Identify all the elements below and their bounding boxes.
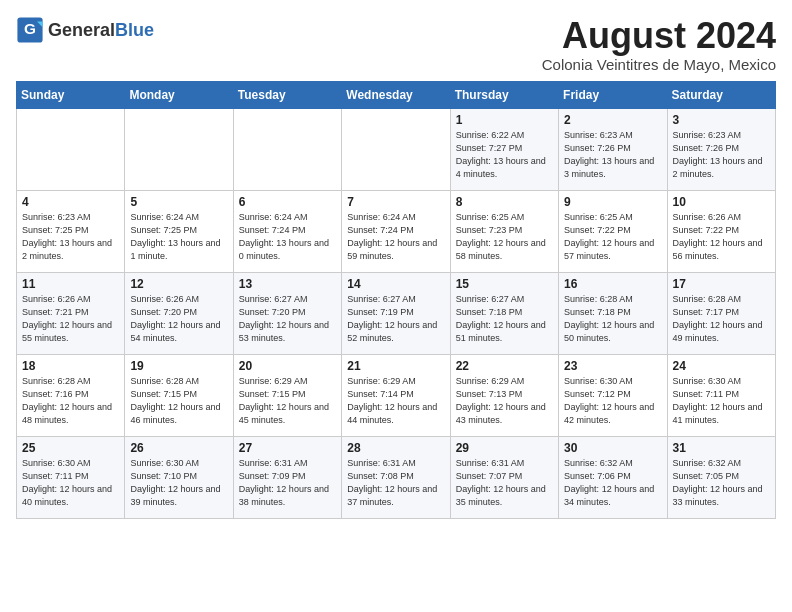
day-info: Sunrise: 6:30 AM Sunset: 7:11 PM Dayligh…	[673, 375, 770, 427]
day-cell: 23Sunrise: 6:30 AM Sunset: 7:12 PM Dayli…	[559, 354, 667, 436]
day-info: Sunrise: 6:22 AM Sunset: 7:27 PM Dayligh…	[456, 129, 553, 181]
day-info: Sunrise: 6:31 AM Sunset: 7:08 PM Dayligh…	[347, 457, 444, 509]
day-info: Sunrise: 6:32 AM Sunset: 7:06 PM Dayligh…	[564, 457, 661, 509]
day-cell: 28Sunrise: 6:31 AM Sunset: 7:08 PM Dayli…	[342, 436, 450, 518]
day-info: Sunrise: 6:28 AM Sunset: 7:16 PM Dayligh…	[22, 375, 119, 427]
title-area: August 2024 Colonia Veintitres de Mayo, …	[542, 16, 776, 73]
day-number: 16	[564, 277, 661, 291]
day-info: Sunrise: 6:31 AM Sunset: 7:09 PM Dayligh…	[239, 457, 336, 509]
day-number: 12	[130, 277, 227, 291]
day-number: 11	[22, 277, 119, 291]
day-info: Sunrise: 6:28 AM Sunset: 7:17 PM Dayligh…	[673, 293, 770, 345]
day-info: Sunrise: 6:25 AM Sunset: 7:23 PM Dayligh…	[456, 211, 553, 263]
day-cell: 19Sunrise: 6:28 AM Sunset: 7:15 PM Dayli…	[125, 354, 233, 436]
day-cell: 26Sunrise: 6:30 AM Sunset: 7:10 PM Dayli…	[125, 436, 233, 518]
day-number: 18	[22, 359, 119, 373]
day-number: 14	[347, 277, 444, 291]
logo-icon: G	[16, 16, 44, 44]
month-title: August 2024	[542, 16, 776, 56]
day-cell: 21Sunrise: 6:29 AM Sunset: 7:14 PM Dayli…	[342, 354, 450, 436]
day-cell: 10Sunrise: 6:26 AM Sunset: 7:22 PM Dayli…	[667, 190, 775, 272]
day-info: Sunrise: 6:29 AM Sunset: 7:15 PM Dayligh…	[239, 375, 336, 427]
day-info: Sunrise: 6:23 AM Sunset: 7:26 PM Dayligh…	[564, 129, 661, 181]
day-number: 4	[22, 195, 119, 209]
day-info: Sunrise: 6:24 AM Sunset: 7:24 PM Dayligh…	[239, 211, 336, 263]
week-row-5: 25Sunrise: 6:30 AM Sunset: 7:11 PM Dayli…	[17, 436, 776, 518]
day-cell	[125, 108, 233, 190]
day-cell	[342, 108, 450, 190]
day-number: 17	[673, 277, 770, 291]
day-cell: 18Sunrise: 6:28 AM Sunset: 7:16 PM Dayli…	[17, 354, 125, 436]
day-cell: 1Sunrise: 6:22 AM Sunset: 7:27 PM Daylig…	[450, 108, 558, 190]
calendar-table: SundayMondayTuesdayWednesdayThursdayFrid…	[16, 81, 776, 519]
day-info: Sunrise: 6:32 AM Sunset: 7:05 PM Dayligh…	[673, 457, 770, 509]
day-info: Sunrise: 6:29 AM Sunset: 7:14 PM Dayligh…	[347, 375, 444, 427]
day-info: Sunrise: 6:30 AM Sunset: 7:11 PM Dayligh…	[22, 457, 119, 509]
weekday-header-saturday: Saturday	[667, 81, 775, 108]
day-cell: 4Sunrise: 6:23 AM Sunset: 7:25 PM Daylig…	[17, 190, 125, 272]
day-number: 27	[239, 441, 336, 455]
day-info: Sunrise: 6:25 AM Sunset: 7:22 PM Dayligh…	[564, 211, 661, 263]
day-cell: 30Sunrise: 6:32 AM Sunset: 7:06 PM Dayli…	[559, 436, 667, 518]
day-cell: 22Sunrise: 6:29 AM Sunset: 7:13 PM Dayli…	[450, 354, 558, 436]
day-cell: 15Sunrise: 6:27 AM Sunset: 7:18 PM Dayli…	[450, 272, 558, 354]
weekday-header-thursday: Thursday	[450, 81, 558, 108]
day-number: 25	[22, 441, 119, 455]
day-cell: 11Sunrise: 6:26 AM Sunset: 7:21 PM Dayli…	[17, 272, 125, 354]
day-info: Sunrise: 6:30 AM Sunset: 7:12 PM Dayligh…	[564, 375, 661, 427]
logo: G GeneralBlue	[16, 16, 154, 44]
day-cell: 17Sunrise: 6:28 AM Sunset: 7:17 PM Dayli…	[667, 272, 775, 354]
day-info: Sunrise: 6:29 AM Sunset: 7:13 PM Dayligh…	[456, 375, 553, 427]
day-number: 2	[564, 113, 661, 127]
day-info: Sunrise: 6:24 AM Sunset: 7:24 PM Dayligh…	[347, 211, 444, 263]
week-row-1: 1Sunrise: 6:22 AM Sunset: 7:27 PM Daylig…	[17, 108, 776, 190]
day-cell: 7Sunrise: 6:24 AM Sunset: 7:24 PM Daylig…	[342, 190, 450, 272]
day-number: 23	[564, 359, 661, 373]
day-cell: 8Sunrise: 6:25 AM Sunset: 7:23 PM Daylig…	[450, 190, 558, 272]
day-cell: 31Sunrise: 6:32 AM Sunset: 7:05 PM Dayli…	[667, 436, 775, 518]
day-cell: 12Sunrise: 6:26 AM Sunset: 7:20 PM Dayli…	[125, 272, 233, 354]
day-number: 19	[130, 359, 227, 373]
day-cell: 29Sunrise: 6:31 AM Sunset: 7:07 PM Dayli…	[450, 436, 558, 518]
day-number: 29	[456, 441, 553, 455]
day-number: 21	[347, 359, 444, 373]
day-number: 20	[239, 359, 336, 373]
day-number: 8	[456, 195, 553, 209]
day-info: Sunrise: 6:23 AM Sunset: 7:25 PM Dayligh…	[22, 211, 119, 263]
day-cell: 16Sunrise: 6:28 AM Sunset: 7:18 PM Dayli…	[559, 272, 667, 354]
day-number: 6	[239, 195, 336, 209]
day-number: 31	[673, 441, 770, 455]
day-number: 24	[673, 359, 770, 373]
week-row-3: 11Sunrise: 6:26 AM Sunset: 7:21 PM Dayli…	[17, 272, 776, 354]
day-number: 30	[564, 441, 661, 455]
weekday-header-wednesday: Wednesday	[342, 81, 450, 108]
day-info: Sunrise: 6:31 AM Sunset: 7:07 PM Dayligh…	[456, 457, 553, 509]
logo-text: GeneralBlue	[48, 20, 154, 41]
day-cell: 5Sunrise: 6:24 AM Sunset: 7:25 PM Daylig…	[125, 190, 233, 272]
day-info: Sunrise: 6:28 AM Sunset: 7:18 PM Dayligh…	[564, 293, 661, 345]
day-number: 22	[456, 359, 553, 373]
calendar-body: 1Sunrise: 6:22 AM Sunset: 7:27 PM Daylig…	[17, 108, 776, 518]
header: G GeneralBlue August 2024 Colonia Veinti…	[16, 16, 776, 73]
day-number: 10	[673, 195, 770, 209]
day-cell: 27Sunrise: 6:31 AM Sunset: 7:09 PM Dayli…	[233, 436, 341, 518]
weekday-header-friday: Friday	[559, 81, 667, 108]
weekday-header-monday: Monday	[125, 81, 233, 108]
day-info: Sunrise: 6:24 AM Sunset: 7:25 PM Dayligh…	[130, 211, 227, 263]
day-cell	[233, 108, 341, 190]
day-number: 15	[456, 277, 553, 291]
day-number: 3	[673, 113, 770, 127]
day-cell: 3Sunrise: 6:23 AM Sunset: 7:26 PM Daylig…	[667, 108, 775, 190]
day-info: Sunrise: 6:26 AM Sunset: 7:22 PM Dayligh…	[673, 211, 770, 263]
day-info: Sunrise: 6:27 AM Sunset: 7:20 PM Dayligh…	[239, 293, 336, 345]
day-number: 9	[564, 195, 661, 209]
day-number: 1	[456, 113, 553, 127]
day-info: Sunrise: 6:26 AM Sunset: 7:21 PM Dayligh…	[22, 293, 119, 345]
day-info: Sunrise: 6:23 AM Sunset: 7:26 PM Dayligh…	[673, 129, 770, 181]
weekday-header-tuesday: Tuesday	[233, 81, 341, 108]
day-info: Sunrise: 6:28 AM Sunset: 7:15 PM Dayligh…	[130, 375, 227, 427]
day-cell: 24Sunrise: 6:30 AM Sunset: 7:11 PM Dayli…	[667, 354, 775, 436]
day-number: 13	[239, 277, 336, 291]
day-info: Sunrise: 6:27 AM Sunset: 7:19 PM Dayligh…	[347, 293, 444, 345]
day-cell: 20Sunrise: 6:29 AM Sunset: 7:15 PM Dayli…	[233, 354, 341, 436]
